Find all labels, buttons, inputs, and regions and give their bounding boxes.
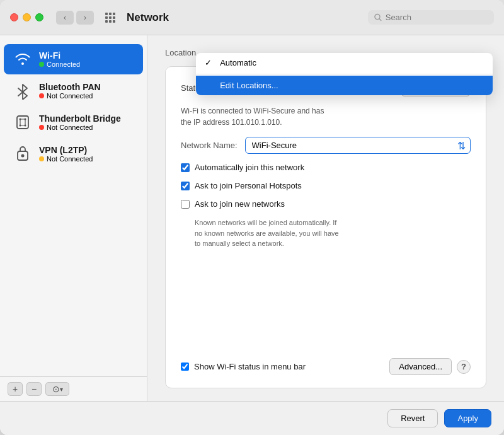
revert-button[interactable]: Revert: [387, 409, 438, 427]
bluetooth-status-dot: [39, 93, 44, 98]
personal-hotspot-label: Ask to join Personal Hotspots: [195, 181, 302, 190]
edit-locations-label: Edit Locations...: [220, 81, 278, 90]
back-button[interactable]: ‹: [56, 11, 74, 25]
svg-rect-5: [113, 16, 115, 19]
vpn-icon: [13, 144, 33, 164]
network-name-select-wrapper: WiFi-Secure ⇅: [245, 137, 471, 154]
thunderbolt-info: Thunderbolt Bridge Not Connected: [39, 113, 121, 131]
grid-icon[interactable]: [101, 11, 119, 25]
thunderbolt-icon: [13, 112, 33, 132]
sidebar: Wi-Fi Connected: [0, 35, 147, 401]
bluetooth-info: Bluetooth PAN Not Connected: [39, 82, 101, 100]
titlebar: ‹ › Network: [0, 0, 504, 35]
show-wifi-label: Show Wi-Fi status in menu bar: [194, 362, 306, 371]
auto-join-label: Automatically join this network: [195, 163, 304, 172]
spacer: [181, 258, 471, 350]
bluetooth-name: Bluetooth PAN: [39, 82, 101, 92]
window-title: Network: [127, 11, 360, 24]
svg-point-21: [21, 154, 25, 158]
main-panel: Location ✓ Automatic Edit Locations...: [147, 35, 504, 401]
sidebar-item-thunderbolt[interactable]: Thunderbolt Bridge Not Connected: [4, 107, 143, 137]
svg-rect-2: [113, 13, 115, 15]
location-label: Location: [165, 48, 196, 57]
wifi-description: Wi-Fi is connected to WiFi-Secure and ha…: [181, 105, 471, 128]
nav-buttons: ‹ ›: [56, 11, 94, 25]
vpn-status: Not Connected: [39, 155, 93, 163]
add-network-button[interactable]: +: [8, 382, 23, 396]
window-footer: Revert Apply: [0, 401, 504, 435]
network-preferences-window: ‹ › Network: [0, 0, 504, 435]
svg-rect-7: [109, 20, 112, 23]
location-dropdown-menu: ✓ Automatic Edit Locations...: [196, 53, 493, 95]
apply-button[interactable]: Apply: [444, 409, 491, 427]
personal-hotspot-row: Ask to join Personal Hotspots: [181, 181, 471, 190]
wifi-name: Wi-Fi: [39, 50, 80, 61]
sidebar-item-bluetooth[interactable]: Bluetooth PAN Not Connected: [4, 76, 143, 106]
thunderbolt-name: Thunderbolt Bridge: [39, 113, 121, 124]
bottom-row: Show Wi-Fi status in menu bar Advanced..…: [181, 358, 471, 375]
dropdown-divider: [196, 74, 493, 74]
advanced-button[interactable]: Advanced...: [389, 358, 452, 375]
network-list: Wi-Fi Connected: [0, 42, 147, 376]
search-bar[interactable]: [368, 10, 494, 25]
forward-button[interactable]: ›: [76, 11, 94, 25]
network-name-label: Network Name:: [181, 141, 238, 150]
show-wifi-checkbox[interactable]: [181, 362, 189, 371]
automatic-option-label: Automatic: [220, 58, 256, 67]
help-button[interactable]: ?: [457, 360, 471, 374]
thunderbolt-status: Not Connected: [39, 124, 121, 131]
new-networks-row: Ask to join new networks: [181, 199, 471, 209]
auto-join-checkbox[interactable]: [181, 163, 190, 172]
wifi-info: Wi-Fi Connected: [39, 50, 80, 68]
minimize-button[interactable]: [23, 13, 31, 21]
svg-rect-0: [105, 13, 108, 15]
personal-hotspot-checkbox[interactable]: [181, 182, 190, 190]
action-icon: ⊙: [52, 384, 60, 394]
svg-rect-8: [113, 20, 115, 23]
close-button[interactable]: [10, 13, 18, 21]
vpn-status-dot: [39, 156, 44, 161]
wifi-status-dot: [39, 62, 44, 67]
svg-rect-6: [105, 20, 108, 23]
vpn-name: VPN (L2TP): [39, 145, 93, 155]
show-wifi-row: Show Wi-Fi status in menu bar: [181, 362, 306, 371]
action-network-button[interactable]: ⊙ ▾: [45, 382, 69, 396]
bluetooth-status: Not Connected: [39, 92, 101, 100]
thunderbolt-status-dot: [39, 125, 44, 130]
main-content: Wi-Fi Connected: [0, 35, 504, 401]
maximize-button[interactable]: [35, 13, 43, 21]
location-option-automatic[interactable]: ✓ Automatic: [196, 53, 493, 72]
search-icon: [374, 13, 382, 21]
svg-line-10: [379, 19, 381, 21]
new-networks-checkbox[interactable]: [181, 200, 190, 209]
new-networks-label: Ask to join new networks: [195, 199, 285, 209]
network-name-select[interactable]: WiFi-Secure: [245, 137, 471, 154]
network-name-row: Network Name: WiFi-Secure ⇅: [181, 137, 471, 154]
search-input[interactable]: [386, 13, 488, 22]
remove-network-button[interactable]: −: [26, 382, 42, 396]
bluetooth-icon: [13, 81, 33, 101]
sidebar-item-vpn[interactable]: VPN (L2TP) Not Connected: [4, 139, 143, 169]
checkmark-icon: ✓: [205, 58, 215, 67]
location-row: Location ✓ Automatic Edit Locations...: [165, 48, 486, 57]
wifi-detail-panel: Status: Connected Turn Wi-Fi Off Wi-Fi i…: [165, 66, 486, 388]
bottom-right-buttons: Advanced... ?: [389, 358, 471, 375]
wifi-status: Connected: [39, 61, 80, 68]
sidebar-item-wifi[interactable]: Wi-Fi Connected: [4, 44, 143, 74]
svg-rect-3: [105, 16, 108, 19]
auto-join-row: Automatically join this network: [181, 163, 471, 172]
sidebar-footer: + − ⊙ ▾: [0, 376, 147, 401]
chevron-icon: ▾: [60, 386, 63, 393]
svg-rect-4: [109, 16, 112, 19]
wifi-icon: [13, 49, 33, 69]
svg-rect-11: [17, 116, 28, 129]
location-option-edit[interactable]: Edit Locations...: [196, 76, 493, 95]
vpn-info: VPN (L2TP) Not Connected: [39, 145, 93, 163]
traffic-lights: [10, 13, 43, 21]
svg-rect-1: [109, 13, 112, 15]
known-networks-note: Known networks will be joined automatica…: [195, 218, 471, 249]
